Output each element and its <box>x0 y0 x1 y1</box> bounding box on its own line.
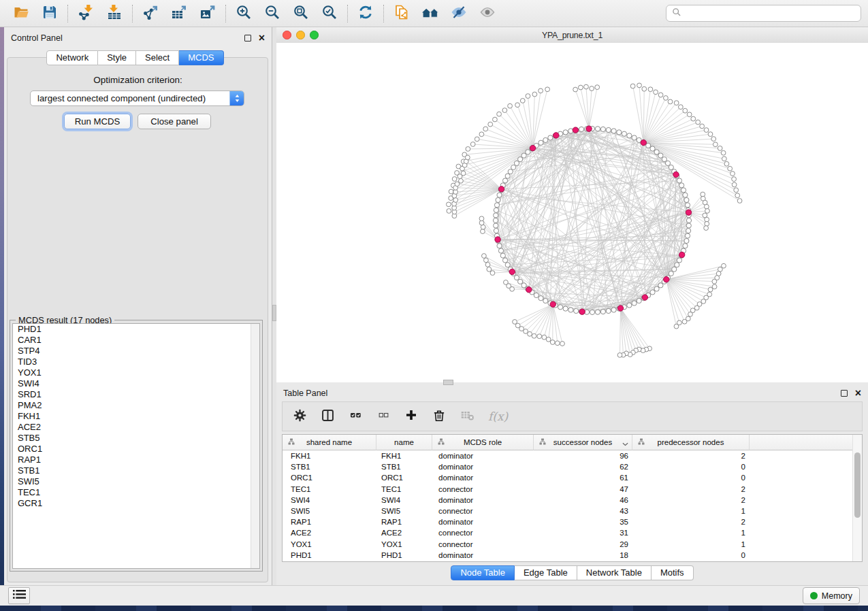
name-cell[interactable]: PHD1 <box>376 550 432 561</box>
shared-name-cell[interactable]: STB1 <box>283 461 376 472</box>
table-row[interactable]: RAP1RAP1dominator352 <box>283 516 853 527</box>
name-cell[interactable]: FKH1 <box>376 450 432 461</box>
zoom-out-button[interactable] <box>258 3 287 24</box>
mcds-result-item[interactable]: SWI4 <box>13 378 259 389</box>
table-mode-button[interactable] <box>292 408 307 425</box>
predecessor-nodes-cell[interactable]: 2 <box>632 450 750 461</box>
hide-selected-button[interactable] <box>445 3 473 24</box>
first-neighbors-button[interactable] <box>416 3 445 24</box>
table-row[interactable]: ORC1ORC1dominator610 <box>283 472 853 483</box>
successor-nodes-cell[interactable]: 62 <box>534 461 632 472</box>
search-box[interactable] <box>666 5 861 22</box>
table-row[interactable]: SWI5SWI5connector431 <box>283 506 853 516</box>
shared-name-cell[interactable]: SWI5 <box>283 506 376 516</box>
mcds-result-item[interactable]: PHD1 <box>13 324 259 335</box>
successor-nodes-cell[interactable]: 43 <box>534 506 632 516</box>
tab-network-table[interactable]: Network Table <box>577 565 652 580</box>
name-cell[interactable]: RAP1 <box>376 516 432 527</box>
mcds-result-item[interactable]: GCR1 <box>13 498 259 509</box>
export-network-button[interactable] <box>136 3 165 24</box>
close-panel-icon[interactable]: × <box>259 34 265 42</box>
name-cell[interactable]: SWI4 <box>376 495 432 506</box>
close-table-panel-icon[interactable]: × <box>855 389 861 397</box>
float-table-panel-icon[interactable] <box>841 390 848 397</box>
task-history-button[interactable] <box>8 587 30 604</box>
mcds-role-cell[interactable]: dominator <box>432 461 534 472</box>
tab-select[interactable]: Select <box>136 50 179 65</box>
column-header-successor-nodes[interactable]: successor nodes <box>534 435 632 450</box>
successor-nodes-cell[interactable]: 96 <box>534 450 632 461</box>
mcds-role-cell[interactable]: dominator <box>432 516 534 527</box>
search-input[interactable] <box>686 8 855 19</box>
table-row[interactable]: ACE2ACE2connector311 <box>283 527 853 538</box>
name-cell[interactable]: STB1 <box>376 461 432 472</box>
predecessor-nodes-cell[interactable]: 2 <box>632 495 750 506</box>
name-cell[interactable]: TEC1 <box>376 484 432 495</box>
successor-nodes-cell[interactable]: 47 <box>534 484 632 495</box>
mcds-result-item[interactable]: STB1 <box>13 465 259 476</box>
save-session-button[interactable] <box>35 3 64 24</box>
table-row[interactable]: TEC1TEC1connector472 <box>283 484 853 495</box>
network-window-titlebar[interactable]: YPA_prune.txt_1 <box>276 27 868 44</box>
table-row[interactable]: YOX1YOX1connector291 <box>283 539 853 550</box>
successor-nodes-cell[interactable]: 46 <box>534 495 632 506</box>
mcds-result-list[interactable]: PHD1CAR1STP4TID3YOX1SWI4SRD1PMA2FKH1ACE2… <box>12 323 260 569</box>
tab-node-table[interactable]: Node Table <box>451 565 515 580</box>
run-mcds-button[interactable]: Run MCDS <box>64 114 131 129</box>
show-columns-button[interactable] <box>320 408 335 425</box>
predecessor-nodes-cell[interactable]: 2 <box>632 484 750 495</box>
select-all-button[interactable] <box>348 409 363 424</box>
mcds-role-cell[interactable]: dominator <box>432 495 534 506</box>
shared-name-cell[interactable]: ORC1 <box>283 472 376 483</box>
predecessor-nodes-cell[interactable]: 1 <box>632 539 750 550</box>
column-header-predecessor-nodes[interactable]: predecessor nodes <box>632 435 750 450</box>
zoom-in-button[interactable] <box>229 3 258 24</box>
mcds-role-cell[interactable]: connector <box>432 506 534 516</box>
mcds-result-item[interactable]: STP4 <box>13 346 259 357</box>
shared-name-cell[interactable]: TEC1 <box>283 484 376 495</box>
mcds-result-item[interactable]: SWI5 <box>13 476 259 487</box>
mcds-result-item[interactable]: ACE2 <box>13 422 259 433</box>
name-cell[interactable]: ORC1 <box>376 472 432 483</box>
column-header-mcds-role[interactable]: MCDS role <box>432 435 534 450</box>
table-row[interactable]: SWI4SWI4dominator462 <box>283 495 853 506</box>
import-table-button[interactable] <box>100 3 129 24</box>
successor-nodes-cell[interactable]: 29 <box>534 539 632 550</box>
criterion-dropdown[interactable]: largest connected component (undirected) <box>30 90 244 106</box>
zoom-selected-button[interactable] <box>315 3 344 24</box>
shared-name-cell[interactable]: ACE2 <box>283 527 376 538</box>
successor-nodes-cell[interactable]: 61 <box>534 472 632 483</box>
mcds-result-item[interactable]: ORC1 <box>13 444 259 455</box>
mcds-result-item[interactable]: SRD1 <box>13 389 259 400</box>
network-canvas[interactable] <box>276 43 868 382</box>
export-image-button[interactable] <box>193 3 222 24</box>
mcds-result-item[interactable]: FKH1 <box>13 411 259 422</box>
successor-nodes-cell[interactable]: 18 <box>534 550 632 561</box>
column-header-shared-name[interactable]: shared name <box>283 435 376 450</box>
minimize-window-icon[interactable] <box>296 31 305 39</box>
table-row[interactable]: FKH1FKH1dominator962 <box>283 450 853 461</box>
mcds-role-cell[interactable]: connector <box>432 539 534 550</box>
successor-nodes-cell[interactable]: 31 <box>534 527 632 538</box>
shared-name-cell[interactable]: FKH1 <box>283 450 376 461</box>
predecessor-nodes-cell[interactable]: 2 <box>632 516 750 527</box>
tab-edge-table[interactable]: Edge Table <box>515 565 577 580</box>
refresh-view-button[interactable] <box>351 3 380 24</box>
float-panel-icon[interactable] <box>244 35 251 42</box>
delete-column-button[interactable] <box>432 408 447 425</box>
tab-mcds[interactable]: MCDS <box>179 50 223 65</box>
mcds-role-cell[interactable]: dominator <box>432 450 534 461</box>
table-row[interactable]: PHD1PHD1dominator180 <box>283 550 853 561</box>
name-cell[interactable]: YOX1 <box>376 539 432 550</box>
network-graph[interactable] <box>276 43 868 382</box>
name-cell[interactable]: SWI5 <box>376 506 432 516</box>
mcds-role-cell[interactable]: dominator <box>432 472 534 483</box>
import-network-button[interactable] <box>71 3 100 24</box>
mcds-result-item[interactable]: CAR1 <box>13 335 259 346</box>
mcds-role-cell[interactable]: connector <box>432 484 534 495</box>
predecessor-nodes-cell[interactable]: 1 <box>632 506 750 516</box>
close-window-icon[interactable] <box>283 31 291 39</box>
duplicate-network-button[interactable] <box>387 3 416 24</box>
mcds-role-cell[interactable]: connector <box>432 527 534 538</box>
table-scrollbar[interactable] <box>852 435 862 561</box>
